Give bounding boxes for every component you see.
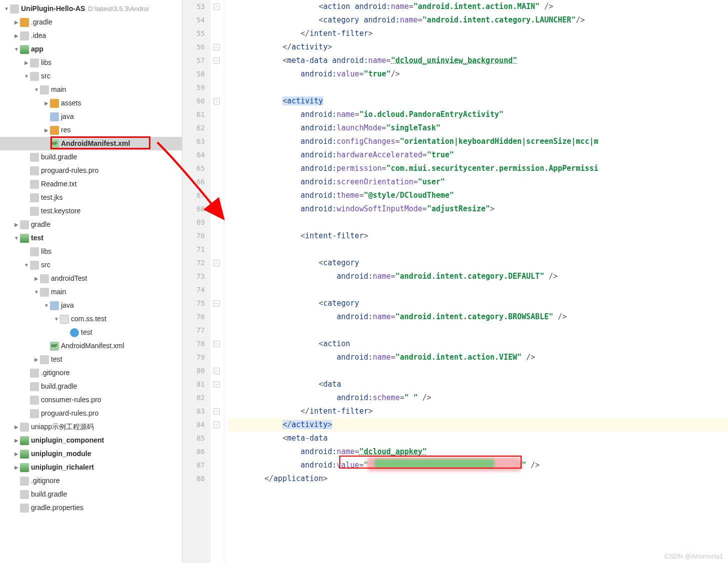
dir-test-src[interactable]: src <box>0 258 182 272</box>
code-line[interactable]: android:theme="@style/DCloudTheme" <box>228 189 728 202</box>
expand-arrow[interactable] <box>23 69 30 83</box>
dir-app-src[interactable]: src <box>0 69 182 83</box>
file-gradle-properties[interactable]: gradle.properties <box>0 501 182 515</box>
file-build-gradle-test[interactable]: build.gradle <box>0 380 182 393</box>
expand-arrow[interactable] <box>13 420 20 434</box>
code-line[interactable]: </intent-filter> <box>228 27 728 40</box>
fold-marker[interactable]: − <box>213 300 220 307</box>
expand-arrow[interactable] <box>13 218 20 231</box>
code-line[interactable]: <action <box>228 337 728 351</box>
code-line[interactable]: android:value="9d28 8ce8a8" /> <box>228 459 728 472</box>
code-line[interactable]: <activity <box>228 94 728 108</box>
code-line[interactable]: android:name="android.intent.category.BR… <box>228 310 728 324</box>
code-line[interactable] <box>228 324 728 337</box>
expand-arrow[interactable] <box>33 272 40 285</box>
code-line[interactable]: android:screenOrientation="user" <box>228 175 728 189</box>
expand-arrow[interactable] <box>43 123 50 137</box>
module-uniplugin-richalert[interactable]: uniplugin_richalert <box>0 461 182 474</box>
fold-marker[interactable]: − <box>213 57 220 64</box>
code-line[interactable]: android:name="io.dcloud.PandoraEntryActi… <box>228 108 728 121</box>
class-test[interactable]: test <box>0 326 182 339</box>
code-line[interactable] <box>228 216 728 229</box>
file-proguard-test[interactable]: proguard-rules.pro <box>0 407 182 420</box>
code-line[interactable]: <data <box>228 378 728 391</box>
code-line[interactable]: <intent-filter> <box>228 229 728 243</box>
fold-column[interactable]: −−−−−−−−−−− <box>210 0 224 563</box>
dir-java[interactable]: java <box>0 110 182 123</box>
fold-marker[interactable]: − <box>213 381 220 388</box>
file-gitignore-root[interactable]: .gitignore <box>0 474 182 488</box>
code-line[interactable]: </application> <box>228 472 728 486</box>
dir-app-libs[interactable]: libs <box>0 56 182 69</box>
dir-uniapp-sample[interactable]: uniapp示例工程源码 <box>0 420 182 434</box>
dir-test-main[interactable]: main <box>0 285 182 299</box>
code-line[interactable]: <action android:name="android.intent.act… <box>228 0 728 13</box>
file-test-jks[interactable]: test.jks <box>0 191 182 204</box>
code-line[interactable] <box>228 364 728 378</box>
code-line[interactable]: android:hardwareAccelerated="true" <box>228 148 728 162</box>
code-line[interactable] <box>228 243 728 256</box>
expand-arrow[interactable] <box>53 312 60 326</box>
code-line[interactable]: android:name="android.intent.category.DE… <box>228 270 728 283</box>
project-tree-panel[interactable]: UniPlugin-Hello-ASD:\latest\3.5.3\Androi… <box>0 0 182 563</box>
file-readme[interactable]: Readme.txt <box>0 177 182 191</box>
code-line[interactable]: <category <box>228 297 728 310</box>
expand-arrow[interactable] <box>13 42 20 56</box>
code-line[interactable]: android:name="dcloud_appkey" <box>228 445 728 459</box>
file-android-manifest[interactable]: MFAndroidManifest.xml <box>0 137 182 150</box>
file-consumer-rules[interactable]: consumer-rules.pro <box>0 393 182 407</box>
expand-arrow[interactable] <box>43 96 50 110</box>
dir-androidtest[interactable]: androidTest <box>0 272 182 285</box>
expand-arrow[interactable] <box>13 447 20 461</box>
fold-marker[interactable]: − <box>213 341 220 347</box>
code-line[interactable]: android:launchMode="singleTask" <box>228 121 728 135</box>
code-line[interactable]: android:configChanges="orientation|keybo… <box>228 135 728 148</box>
dir-gradle[interactable]: gradle <box>0 218 182 231</box>
file-proguard-app[interactable]: proguard-rules.pro <box>0 164 182 177</box>
fold-marker[interactable]: − <box>213 422 220 428</box>
code-line[interactable]: android:value="true"/> <box>228 67 728 81</box>
code-line[interactable]: </activity> <box>228 418 728 432</box>
expand-arrow[interactable] <box>33 353 40 366</box>
expand-arrow[interactable] <box>33 83 40 96</box>
expand-arrow[interactable] <box>3 2 10 15</box>
expand-arrow[interactable] <box>13 231 20 245</box>
pkg-com-ss-test[interactable]: com.ss.test <box>0 312 182 326</box>
fold-marker[interactable]: − <box>213 98 220 104</box>
project-root[interactable]: UniPlugin-Hello-ASD:\latest\3.5.3\Androi <box>0 2 182 15</box>
fold-marker[interactable]: − <box>213 260 220 266</box>
module-uniplugin-module[interactable]: uniplugin_module <box>0 447 182 461</box>
expand-arrow[interactable] <box>13 434 20 447</box>
code-area[interactable]: <action android:name="android.intent.act… <box>224 0 728 563</box>
code-line[interactable]: <meta-data android:name="dcloud_uninview… <box>228 54 728 67</box>
code-editor[interactable]: 5354555657585960616263646566676869707172… <box>182 0 728 563</box>
module-uniplugin-component[interactable]: uniplugin_component <box>0 434 182 447</box>
dir-idea[interactable]: .idea <box>0 29 182 42</box>
expand-arrow[interactable] <box>23 56 30 69</box>
dir-res[interactable]: res <box>0 123 182 137</box>
fold-marker[interactable]: − <box>213 368 220 374</box>
dir-test-java[interactable]: java <box>0 299 182 312</box>
expand-arrow[interactable] <box>13 15 20 29</box>
file-test-keystore[interactable]: test.keystore <box>0 204 182 218</box>
dir-app-main[interactable]: main <box>0 83 182 96</box>
expand-arrow[interactable] <box>13 461 20 474</box>
code-line[interactable]: android:windowSoftInputMode="adjustResiz… <box>228 202 728 216</box>
code-line[interactable]: <meta-data <box>228 432 728 445</box>
module-app[interactable]: app <box>0 42 182 56</box>
code-line[interactable] <box>228 81 728 94</box>
expand-arrow[interactable] <box>43 299 50 312</box>
fold-marker[interactable]: − <box>213 44 220 50</box>
code-line[interactable] <box>228 283 728 297</box>
code-line[interactable]: </activity> <box>228 40 728 54</box>
code-line[interactable]: </intent-filter> <box>228 405 728 418</box>
expand-arrow[interactable] <box>23 258 30 272</box>
dir-test-test[interactable]: test <box>0 353 182 366</box>
file-build-gradle-root[interactable]: build.gradle <box>0 488 182 501</box>
file-gitignore-test[interactable]: .gitignore <box>0 366 182 380</box>
fold-marker[interactable]: − <box>213 3 220 10</box>
expand-arrow[interactable] <box>33 285 40 299</box>
code-line[interactable]: <category android:name="android.intent.c… <box>228 13 728 27</box>
dir-test-libs[interactable]: libs <box>0 245 182 258</box>
code-line[interactable]: android:scheme=" " /> <box>228 391 728 405</box>
